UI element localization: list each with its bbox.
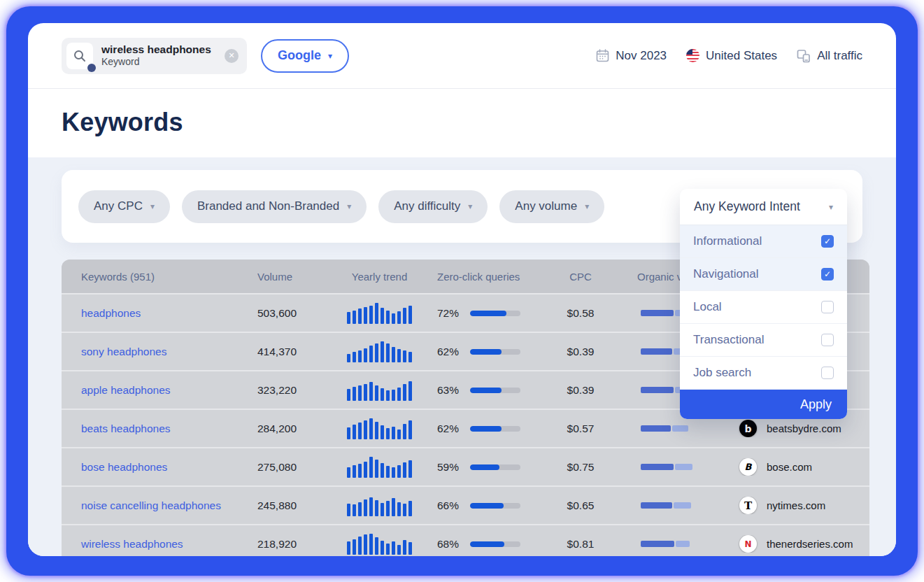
zero-click-value: 63% — [437, 384, 461, 397]
intent-option-navigational[interactable]: Navigational ✓ — [680, 258, 847, 291]
topbar-meta: Nov 2023 United States All traffic — [596, 49, 862, 63]
calendar-icon — [596, 49, 609, 62]
intent-option-label: Navigational — [693, 267, 759, 281]
us-flag-icon — [686, 49, 699, 62]
checkbox-icon[interactable] — [821, 367, 834, 379]
organic-vs-bar — [641, 425, 695, 432]
search-tile — [66, 43, 93, 69]
apply-button[interactable]: Apply — [680, 390, 847, 419]
search-icon — [73, 49, 87, 63]
keyword-link[interactable]: headphones — [81, 307, 141, 319]
domain-text: nytimes.com — [767, 499, 825, 511]
top-bar: wireless headphones Keyword ✕ Google ▾ — [28, 23, 896, 89]
chevron-down-icon: ▾ — [150, 201, 155, 211]
search-mode-label: Keyword — [101, 56, 225, 69]
keyword-search-box[interactable]: wireless headphones Keyword ✕ — [62, 38, 247, 74]
intent-option-informational[interactable]: Informational ✓ — [680, 225, 847, 258]
keyword-intent-dropdown-toggle[interactable]: Any Keyword Intent ▾ — [680, 189, 847, 225]
app-window: wireless headphones Keyword ✕ Google ▾ — [28, 23, 896, 556]
yearly-trend-sparkline — [347, 418, 412, 439]
intent-option-label: Local — [693, 300, 722, 314]
intent-option-label: Transactional — [693, 333, 764, 347]
yearly-trend-sparkline — [347, 341, 412, 362]
cpc-value: $0.58 — [542, 307, 619, 320]
organic-vs-bar — [641, 541, 695, 547]
traffic-selector[interactable]: All traffic — [797, 49, 862, 63]
keyword-link[interactable]: beats headphones — [81, 423, 171, 434]
filter-volume[interactable]: Any volume ▾ — [499, 190, 604, 223]
date-selector[interactable]: Nov 2023 — [596, 49, 667, 63]
zero-click-bar — [470, 388, 520, 393]
chevron-down-icon: ▾ — [829, 202, 833, 212]
chevron-down-icon: ▾ — [347, 201, 351, 211]
beats-logo: b — [739, 420, 757, 437]
col-cpc[interactable]: CPC — [542, 271, 619, 283]
intent-option-local[interactable]: Local — [680, 291, 847, 324]
title-area: Keywords — [28, 89, 896, 157]
intent-option-label: Job search — [693, 366, 751, 380]
keyword-intent-label: Any Keyword Intent — [694, 199, 800, 214]
organic-vs-bar — [641, 464, 695, 470]
table-row[interactable]: bose headphones 275,080 59% $0.75 Bbose.… — [62, 447, 869, 485]
col-volume[interactable]: Volume — [257, 271, 329, 283]
zero-click-value: 72% — [437, 307, 461, 320]
content-section: Any CPC ▾ Branded and Non-Branded ▾ Any … — [28, 157, 896, 556]
filter-volume-label: Any volume — [515, 199, 577, 213]
organic-vs-bar — [641, 502, 695, 509]
zero-click-bar — [470, 503, 520, 509]
table-row[interactable]: wireless headphones 218,920 68% $0.81 Nt… — [62, 524, 869, 556]
col-zero-click[interactable]: Zero-click queries — [430, 271, 542, 283]
nytimes-logo: T — [739, 497, 757, 514]
volume-value: 245,880 — [257, 499, 329, 512]
volume-value: 275,080 — [257, 461, 329, 474]
zero-click-bar — [470, 311, 520, 316]
volume-value: 284,200 — [257, 423, 329, 435]
chevron-down-icon: ▾ — [468, 201, 472, 211]
filter-branded[interactable]: Branded and Non-Branded ▾ — [182, 190, 367, 223]
traffic-label: All traffic — [817, 49, 862, 63]
yearly-trend-sparkline — [347, 457, 412, 478]
keyword-link[interactable]: noise cancelling headphones — [81, 499, 221, 511]
yearly-trend-sparkline — [347, 534, 412, 555]
col-keywords[interactable]: Keywords (951) — [62, 271, 257, 283]
checkbox-icon[interactable]: ✓ — [821, 268, 834, 281]
date-label: Nov 2023 — [616, 49, 667, 63]
intent-option-job-search[interactable]: Job search — [680, 357, 847, 390]
zero-click-bar — [470, 426, 520, 432]
intent-option-transactional[interactable]: Transactional — [680, 324, 847, 357]
checkbox-icon[interactable] — [821, 301, 834, 313]
search-engine-dropdown[interactable]: Google ▾ — [261, 39, 349, 73]
checkbox-icon[interactable] — [821, 334, 834, 346]
col-yearly-trend[interactable]: Yearly trend — [329, 271, 430, 283]
zero-click-value: 62% — [437, 423, 461, 435]
keyword-link[interactable]: bose headphones — [81, 461, 167, 473]
keyword-mode-dot — [87, 64, 96, 72]
keyword-link[interactable]: sony headphones — [81, 346, 166, 357]
filter-cpc-label: Any CPC — [94, 199, 143, 213]
thenerdseries-logo: N — [739, 535, 757, 553]
filter-difficulty-label: Any difficulty — [394, 199, 460, 213]
zero-click-value: 59% — [437, 461, 461, 474]
filter-cpc[interactable]: Any CPC ▾ — [78, 190, 170, 223]
country-label: United States — [706, 49, 777, 63]
search-value[interactable]: wireless headphones — [101, 43, 225, 56]
table-row[interactable]: noise cancelling headphones 245,880 66% … — [62, 485, 869, 524]
search-text[interactable]: wireless headphones Keyword — [101, 43, 225, 69]
filter-difficulty[interactable]: Any difficulty ▾ — [378, 190, 488, 223]
page-title: Keywords — [62, 108, 862, 137]
keyword-intent-dropdown-panel: Any Keyword Intent ▾ Informational ✓ Nav… — [680, 189, 847, 419]
checkbox-icon[interactable]: ✓ — [821, 235, 834, 248]
keyword-link[interactable]: apple headphones — [81, 384, 171, 396]
all-traffic-icon — [797, 49, 811, 63]
zero-click-value: 62% — [437, 346, 461, 358]
chevron-down-icon: ▾ — [328, 51, 332, 61]
domain-text: beatsbydre.com — [767, 423, 841, 434]
cpc-value: $0.39 — [542, 346, 619, 358]
cpc-value: $0.81 — [542, 538, 619, 551]
keyword-link[interactable]: wireless headphones — [81, 538, 183, 550]
zero-click-value: 68% — [437, 538, 461, 551]
zero-click-value: 66% — [437, 499, 461, 512]
clear-search-icon[interactable]: ✕ — [225, 49, 239, 63]
yearly-trend-sparkline — [347, 380, 412, 401]
country-selector[interactable]: United States — [686, 49, 777, 63]
